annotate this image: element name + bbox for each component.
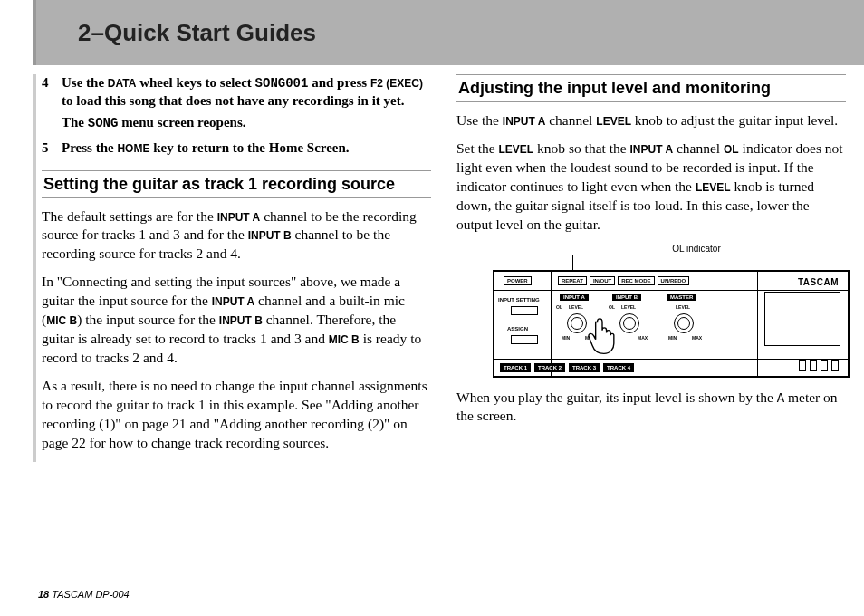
level-label: LEVEL xyxy=(696,181,731,194)
ol-indicator-callout: OL indicator xyxy=(547,244,846,254)
track1-label: TRACK 1 xyxy=(500,363,531,372)
step-5: 5 Press the HOME key to return to the Ho… xyxy=(42,140,431,158)
mic-b-label: MIC B xyxy=(329,333,360,346)
product-model: TASCAM DP-004 xyxy=(52,589,129,600)
input-a-section: INPUT A xyxy=(560,294,589,301)
input-setting-label: INPUT SETTING xyxy=(498,297,540,303)
level-text: LEVEL xyxy=(569,304,583,310)
level-label: LEVEL xyxy=(499,143,534,156)
input-a-label: INPUT A xyxy=(630,143,674,156)
step-4-subtext: The SONG menu screen reopens. xyxy=(62,115,431,130)
section-heading-adjusting: Adjusting the input level and monitoring xyxy=(456,74,846,102)
max-text: MAX xyxy=(585,335,595,341)
input-setting-button xyxy=(511,306,538,316)
step-body: Use the DATA wheel keys to select SONG00… xyxy=(62,74,431,110)
input-b-label: INPUT B xyxy=(248,229,292,242)
page-number: 18 xyxy=(38,589,49,600)
para-result: As a result, there is no need to change … xyxy=(42,377,431,453)
max-text: MAX xyxy=(638,335,648,341)
recmode-button: REC MODE xyxy=(618,276,654,285)
track2-label: TRACK 2 xyxy=(534,363,565,372)
para-use-input-a: Use the INPUT A channel LEVEL knob to ad… xyxy=(456,111,846,130)
power-button: POWER xyxy=(504,276,532,285)
led xyxy=(821,360,828,371)
mic-b-label: MIC B xyxy=(46,314,77,327)
a-meter-mono: A xyxy=(777,391,784,406)
level-text: LEVEL xyxy=(676,304,690,310)
level-text: LEVEL xyxy=(621,304,636,310)
led xyxy=(810,360,817,371)
page-content: 4 Use the DATA wheel keys to select SONG… xyxy=(0,65,864,462)
chapter-title: 2–Quick Start Guides xyxy=(78,19,316,47)
step-4: 4 Use the DATA wheel keys to select SONG… xyxy=(42,74,431,110)
min-text: MIN xyxy=(562,335,570,341)
led xyxy=(799,360,806,371)
f2-exec-label: F2 (EXEC) xyxy=(370,77,423,90)
para-default-settings: The default settings are for the INPUT A… xyxy=(42,207,431,265)
input-a-label: INPUT A xyxy=(212,295,255,308)
input-a-knob xyxy=(567,313,587,333)
level-label: LEVEL xyxy=(596,115,631,128)
inout-button: IN/OUT xyxy=(590,276,615,285)
input-b-knob xyxy=(619,313,639,333)
min-text: MIN xyxy=(668,335,677,341)
track-labels: TRACK 1 TRACK 2 TRACK 3 TRACK 4 xyxy=(500,363,634,372)
device-diagram: OL indicator POWER REPEAT IN/OUT REC MOD… xyxy=(456,244,846,378)
device-panel: POWER REPEAT IN/OUT REC MODE UN/REDO TAS… xyxy=(493,270,850,378)
data-key-label: DATA xyxy=(108,77,137,90)
unredo-button: UN/REDO xyxy=(658,276,690,285)
right-column: Adjusting the input level and monitoring… xyxy=(456,74,846,462)
input-b-section: INPUT B xyxy=(612,294,641,301)
ol-label: OL xyxy=(724,143,739,156)
input-b-label: INPUT B xyxy=(219,314,263,327)
track3-label: TRACK 3 xyxy=(569,363,600,372)
status-leds xyxy=(799,360,839,371)
input-a-label: INPUT A xyxy=(503,115,546,128)
section-heading-guitar: Setting the guitar as track 1 recording … xyxy=(42,170,431,198)
step-number: 4 xyxy=(42,74,53,110)
master-section: MASTER xyxy=(667,294,696,301)
assign-button xyxy=(511,335,538,345)
divider xyxy=(494,290,848,291)
step-number: 5 xyxy=(42,140,53,158)
divider xyxy=(757,272,758,376)
device-screen xyxy=(764,292,840,346)
song-mono: SONG xyxy=(88,116,119,130)
step-body: Press the HOME key to return to the Home… xyxy=(62,140,350,158)
chapter-header: 2–Quick Start Guides xyxy=(33,0,864,65)
para-connecting: In "Connecting and setting the input sou… xyxy=(42,273,431,368)
ol-text: OL xyxy=(556,304,562,310)
home-key-label: HOME xyxy=(117,142,149,155)
master-knob xyxy=(674,313,694,333)
page-footer: 18 TASCAM DP-004 xyxy=(38,589,130,600)
divider xyxy=(494,359,848,360)
max-text: MAX xyxy=(692,335,702,341)
ol-text: OL xyxy=(609,304,615,310)
song001-text: SONG001 xyxy=(255,76,309,91)
para-set-level: Set the LEVEL knob so that the INPUT A c… xyxy=(456,140,846,235)
track4-label: TRACK 4 xyxy=(603,363,634,372)
divider xyxy=(551,272,552,376)
left-column: 4 Use the DATA wheel keys to select SONG… xyxy=(33,74,431,462)
repeat-button: REPEAT xyxy=(558,276,587,285)
para-meter: When you play the guitar, its input leve… xyxy=(456,389,846,427)
led xyxy=(831,360,839,371)
brand-label: TASCAM xyxy=(798,277,839,287)
transport-buttons: REPEAT IN/OUT REC MODE UN/REDO xyxy=(558,276,689,285)
input-a-label: INPUT A xyxy=(217,211,261,224)
assign-label: ASSIGN xyxy=(507,326,528,332)
